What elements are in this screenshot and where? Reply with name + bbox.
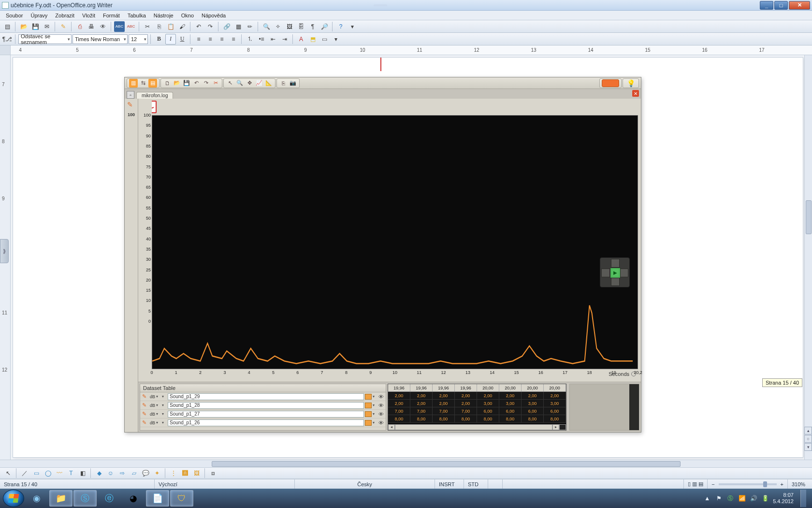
menu-file[interactable]: Soubor (3, 12, 26, 19)
vertical-scrollbar[interactable] (804, 55, 812, 460)
draw-fromfile-icon[interactable]: 🖼 (191, 468, 202, 478)
emb-window-close-icon[interactable]: ✕ (632, 90, 639, 97)
italic-button[interactable]: I (165, 34, 176, 45)
undo-icon[interactable]: ↶ (193, 21, 204, 32)
zoom-controls[interactable]: − + (708, 479, 788, 489)
chart-plot[interactable]: ▶ (152, 115, 638, 369)
paragraph-style-combo[interactable]: Odstavec se seznamem (18, 34, 72, 44)
minimize-button[interactable]: _ (760, 1, 773, 10)
emb-redo-icon[interactable]: ↷ (202, 79, 210, 88)
font-name-combo[interactable]: Times New Roman (72, 34, 128, 44)
dropdown-icon[interactable]: ▾ (156, 420, 161, 425)
emb-pencil-icon[interactable]: ✎ (127, 101, 136, 109)
print-icon[interactable]: 🖶 (86, 21, 97, 32)
draw-symbolshapes-icon[interactable]: ☺ (105, 468, 116, 478)
data-table-hscroll[interactable]: ◂ ▸ (388, 424, 566, 430)
align-justify-icon[interactable]: ≡ (228, 34, 239, 45)
status-style[interactable]: Výchozí (155, 479, 295, 489)
emb-new-icon[interactable]: 🗋 (163, 79, 172, 88)
draw-stars-icon[interactable]: ✦ (152, 468, 162, 478)
chart-nav-pad[interactable]: ▶ (600, 257, 630, 287)
emb-chart-icon[interactable]: 📈 (255, 79, 263, 88)
close-button[interactable]: ✕ (789, 1, 810, 10)
styles-icon[interactable]: ¶⎇ (2, 34, 13, 45)
underline-button[interactable]: U (177, 34, 188, 45)
draw-fontwork-icon[interactable]: 🅰 (180, 468, 190, 478)
dropdown-icon[interactable]: ▾ (156, 412, 161, 416)
emb-pan-icon[interactable]: ✥ (245, 79, 254, 88)
hyperlink-icon[interactable]: 🔗 (221, 21, 232, 32)
align-center-icon[interactable]: ≡ (205, 34, 216, 45)
emb-mode2-icon[interactable]: ⇆ (139, 79, 147, 88)
open-icon[interactable]: 📂 (18, 21, 29, 32)
cut-icon[interactable]: ✂ (142, 21, 153, 32)
zoom-out-icon[interactable]: − (711, 481, 714, 487)
pencil-icon[interactable]: ✎ (142, 402, 149, 408)
draw-text-icon[interactable]: T (66, 468, 76, 478)
sidepanel-handle[interactable]: ⟫ (0, 239, 9, 263)
font-size-combo[interactable]: 12 (129, 34, 148, 44)
find-icon[interactable]: 🔍 (261, 21, 272, 32)
emb-cursor-icon[interactable]: ↖ (226, 79, 234, 88)
pencil-icon[interactable]: ✎ (142, 411, 149, 417)
tray-skype-icon[interactable]: Ⓢ (726, 494, 734, 502)
datasource-icon[interactable]: 🗄 (296, 21, 306, 32)
nav-play-button[interactable]: ▶ (610, 268, 621, 278)
menu-insert[interactable]: Vložit (79, 12, 98, 19)
swatch-dropdown-icon[interactable]: ▾ (373, 403, 377, 407)
tray-volume-icon[interactable]: 🔊 (750, 494, 757, 502)
visibility-icon[interactable]: 👁 (378, 394, 384, 400)
highlight-icon[interactable]: ⬒ (307, 34, 318, 45)
draw-freeform-icon[interactable]: 〰 (54, 468, 65, 478)
menu-window[interactable]: Okno (178, 12, 197, 19)
tray-action-center-icon[interactable]: ⚑ (715, 494, 723, 502)
bg-color-icon[interactable]: ▭ (319, 34, 330, 45)
menu-view[interactable]: Zobrazit (52, 12, 77, 19)
status-language[interactable]: Česky (295, 479, 435, 489)
nav-right-button[interactable] (620, 269, 628, 277)
paste-icon[interactable]: 📋 (165, 21, 176, 32)
visibility-icon[interactable]: 👁 (378, 420, 384, 426)
draw-basicshapes-icon[interactable]: ◆ (94, 468, 104, 478)
menu-help[interactable]: Nápověda (199, 12, 229, 19)
taskbar-skype-icon[interactable]: Ⓢ (73, 490, 97, 507)
email-icon[interactable]: ✉ (42, 21, 52, 32)
status-sig[interactable] (488, 479, 503, 489)
tray-expand-icon[interactable]: ▲ (703, 494, 711, 502)
next-page-icon[interactable]: ▾ (804, 443, 812, 451)
taskbar-shield-icon[interactable]: 🛡 (170, 490, 193, 507)
emb-mode3-icon[interactable]: ▤ (148, 79, 157, 88)
dataset-name-input[interactable] (168, 402, 364, 409)
dataset-name-input[interactable] (168, 419, 364, 426)
horizontal-scrollbar[interactable] (0, 460, 812, 467)
color-swatch[interactable] (365, 411, 372, 417)
taskbar-explorer-icon[interactable]: 📁 (49, 490, 72, 507)
draw-extrusion-icon[interactable]: ⧈ (208, 468, 218, 478)
scroll-end-icon[interactable] (559, 424, 566, 430)
start-button[interactable] (3, 490, 24, 507)
emb-record-button[interactable] (602, 79, 619, 87)
emb-measure-icon[interactable]: 📐 (264, 79, 273, 88)
save-icon[interactable]: 💾 (30, 21, 41, 32)
status-page[interactable]: Strana 15 / 40 (0, 479, 155, 489)
color-dropdown-icon[interactable]: ▾ (162, 394, 167, 399)
swatch-dropdown-icon[interactable]: ▾ (373, 420, 377, 425)
dropdown-icon[interactable]: ▾ (156, 394, 161, 399)
align-right-icon[interactable]: ≡ (217, 34, 227, 45)
emb-export-icon[interactable]: ⎘ (279, 79, 288, 88)
background-window-tab[interactable] (374, 4, 387, 6)
taskbar-hp-icon[interactable]: ◉ (25, 490, 48, 507)
zoom-icon[interactable]: 🔎 (319, 21, 330, 32)
emb-undo-icon[interactable]: ↶ (192, 79, 201, 88)
toolbar-dropdown-icon[interactable]: ▾ (347, 21, 358, 32)
zoom-slider[interactable] (719, 483, 777, 485)
view-layout-buttons[interactable]: ▯ ▥ ▤ (684, 479, 708, 489)
scroll-right-icon[interactable]: ▸ (552, 424, 559, 430)
visibility-icon[interactable]: 👁 (378, 411, 384, 417)
prev-page-icon[interactable]: ▴ (804, 427, 812, 434)
document-page[interactable]: ▥ ⇆ ▤ 🗋 📂 💾 ↶ ↷ ✂ ↖ 🔍 ✥ 📈 📐 (13, 57, 803, 458)
nav-browse-icon[interactable]: ○ (804, 435, 812, 443)
draw-select-icon[interactable]: ↖ (3, 468, 14, 478)
redo-icon[interactable]: ↷ (205, 21, 216, 32)
gallery-icon[interactable]: 🖼 (284, 21, 295, 32)
